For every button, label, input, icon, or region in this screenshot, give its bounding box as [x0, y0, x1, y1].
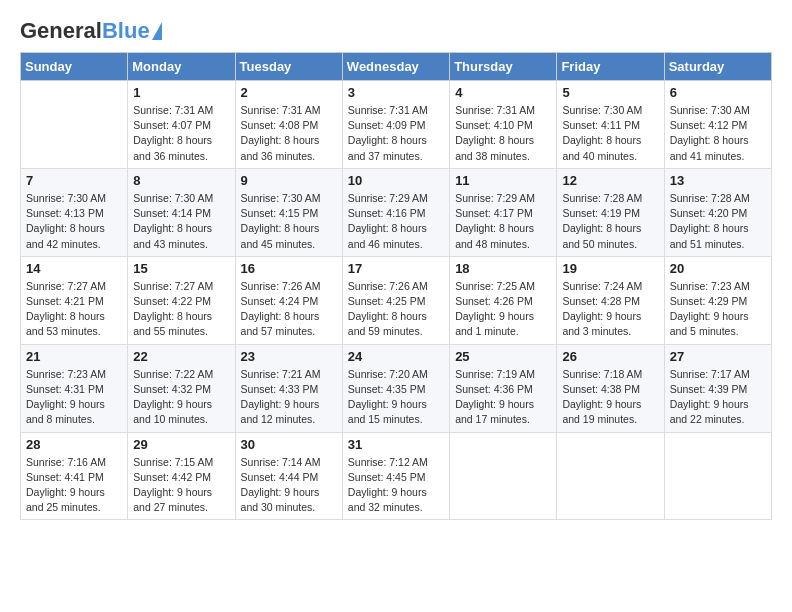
calendar-day-cell: 18Sunrise: 7:25 AM Sunset: 4:26 PM Dayli… — [450, 256, 557, 344]
calendar-day-cell — [21, 81, 128, 169]
calendar-day-cell — [664, 432, 771, 520]
day-number: 3 — [348, 85, 444, 100]
day-number: 19 — [562, 261, 658, 276]
calendar-day-cell: 5Sunrise: 7:30 AM Sunset: 4:11 PM Daylig… — [557, 81, 664, 169]
day-number: 13 — [670, 173, 766, 188]
calendar-day-cell: 23Sunrise: 7:21 AM Sunset: 4:33 PM Dayli… — [235, 344, 342, 432]
day-number: 6 — [670, 85, 766, 100]
calendar-day-cell: 7Sunrise: 7:30 AM Sunset: 4:13 PM Daylig… — [21, 168, 128, 256]
day-of-week-header: Thursday — [450, 53, 557, 81]
day-info: Sunrise: 7:12 AM Sunset: 4:45 PM Dayligh… — [348, 455, 444, 516]
calendar-day-cell: 17Sunrise: 7:26 AM Sunset: 4:25 PM Dayli… — [342, 256, 449, 344]
day-info: Sunrise: 7:27 AM Sunset: 4:21 PM Dayligh… — [26, 279, 122, 340]
calendar-week-row: 21Sunrise: 7:23 AM Sunset: 4:31 PM Dayli… — [21, 344, 772, 432]
day-info: Sunrise: 7:23 AM Sunset: 4:31 PM Dayligh… — [26, 367, 122, 428]
day-number: 22 — [133, 349, 229, 364]
day-number: 27 — [670, 349, 766, 364]
day-info: Sunrise: 7:30 AM Sunset: 4:12 PM Dayligh… — [670, 103, 766, 164]
calendar-day-cell: 6Sunrise: 7:30 AM Sunset: 4:12 PM Daylig… — [664, 81, 771, 169]
day-info: Sunrise: 7:31 AM Sunset: 4:08 PM Dayligh… — [241, 103, 337, 164]
day-info: Sunrise: 7:26 AM Sunset: 4:25 PM Dayligh… — [348, 279, 444, 340]
logo-text: GeneralBlue — [20, 20, 150, 42]
day-of-week-header: Monday — [128, 53, 235, 81]
day-number: 21 — [26, 349, 122, 364]
calendar-day-cell: 2Sunrise: 7:31 AM Sunset: 4:08 PM Daylig… — [235, 81, 342, 169]
day-number: 14 — [26, 261, 122, 276]
day-info: Sunrise: 7:31 AM Sunset: 4:10 PM Dayligh… — [455, 103, 551, 164]
day-info: Sunrise: 7:28 AM Sunset: 4:19 PM Dayligh… — [562, 191, 658, 252]
calendar-week-row: 14Sunrise: 7:27 AM Sunset: 4:21 PM Dayli… — [21, 256, 772, 344]
day-number: 11 — [455, 173, 551, 188]
logo: GeneralBlue — [20, 20, 162, 42]
day-info: Sunrise: 7:24 AM Sunset: 4:28 PM Dayligh… — [562, 279, 658, 340]
day-of-week-header: Sunday — [21, 53, 128, 81]
calendar-day-cell: 30Sunrise: 7:14 AM Sunset: 4:44 PM Dayli… — [235, 432, 342, 520]
day-number: 4 — [455, 85, 551, 100]
calendar-day-cell: 16Sunrise: 7:26 AM Sunset: 4:24 PM Dayli… — [235, 256, 342, 344]
logo-triangle-icon — [152, 22, 162, 40]
day-number: 31 — [348, 437, 444, 452]
day-info: Sunrise: 7:31 AM Sunset: 4:07 PM Dayligh… — [133, 103, 229, 164]
day-number: 8 — [133, 173, 229, 188]
page-header: GeneralBlue — [20, 20, 772, 42]
day-number: 29 — [133, 437, 229, 452]
day-number: 7 — [26, 173, 122, 188]
day-info: Sunrise: 7:18 AM Sunset: 4:38 PM Dayligh… — [562, 367, 658, 428]
day-info: Sunrise: 7:26 AM Sunset: 4:24 PM Dayligh… — [241, 279, 337, 340]
day-info: Sunrise: 7:16 AM Sunset: 4:41 PM Dayligh… — [26, 455, 122, 516]
day-of-week-header: Wednesday — [342, 53, 449, 81]
day-number: 18 — [455, 261, 551, 276]
day-info: Sunrise: 7:23 AM Sunset: 4:29 PM Dayligh… — [670, 279, 766, 340]
calendar-day-cell: 21Sunrise: 7:23 AM Sunset: 4:31 PM Dayli… — [21, 344, 128, 432]
day-info: Sunrise: 7:14 AM Sunset: 4:44 PM Dayligh… — [241, 455, 337, 516]
calendar-day-cell: 9Sunrise: 7:30 AM Sunset: 4:15 PM Daylig… — [235, 168, 342, 256]
day-info: Sunrise: 7:22 AM Sunset: 4:32 PM Dayligh… — [133, 367, 229, 428]
calendar-day-cell: 4Sunrise: 7:31 AM Sunset: 4:10 PM Daylig… — [450, 81, 557, 169]
day-info: Sunrise: 7:15 AM Sunset: 4:42 PM Dayligh… — [133, 455, 229, 516]
day-number: 9 — [241, 173, 337, 188]
day-info: Sunrise: 7:28 AM Sunset: 4:20 PM Dayligh… — [670, 191, 766, 252]
day-number: 16 — [241, 261, 337, 276]
day-of-week-header: Saturday — [664, 53, 771, 81]
calendar-day-cell: 19Sunrise: 7:24 AM Sunset: 4:28 PM Dayli… — [557, 256, 664, 344]
calendar-day-cell: 20Sunrise: 7:23 AM Sunset: 4:29 PM Dayli… — [664, 256, 771, 344]
calendar-day-cell: 26Sunrise: 7:18 AM Sunset: 4:38 PM Dayli… — [557, 344, 664, 432]
day-info: Sunrise: 7:30 AM Sunset: 4:14 PM Dayligh… — [133, 191, 229, 252]
calendar-day-cell: 28Sunrise: 7:16 AM Sunset: 4:41 PM Dayli… — [21, 432, 128, 520]
day-info: Sunrise: 7:30 AM Sunset: 4:11 PM Dayligh… — [562, 103, 658, 164]
day-of-week-header: Friday — [557, 53, 664, 81]
day-number: 25 — [455, 349, 551, 364]
calendar-day-cell: 15Sunrise: 7:27 AM Sunset: 4:22 PM Dayli… — [128, 256, 235, 344]
calendar-day-cell: 29Sunrise: 7:15 AM Sunset: 4:42 PM Dayli… — [128, 432, 235, 520]
day-number: 12 — [562, 173, 658, 188]
calendar-day-cell: 1Sunrise: 7:31 AM Sunset: 4:07 PM Daylig… — [128, 81, 235, 169]
calendar-day-cell: 22Sunrise: 7:22 AM Sunset: 4:32 PM Dayli… — [128, 344, 235, 432]
day-number: 5 — [562, 85, 658, 100]
calendar-table: SundayMondayTuesdayWednesdayThursdayFrid… — [20, 52, 772, 520]
calendar-day-cell: 8Sunrise: 7:30 AM Sunset: 4:14 PM Daylig… — [128, 168, 235, 256]
day-number: 24 — [348, 349, 444, 364]
day-number: 17 — [348, 261, 444, 276]
calendar-day-cell: 31Sunrise: 7:12 AM Sunset: 4:45 PM Dayli… — [342, 432, 449, 520]
day-info: Sunrise: 7:30 AM Sunset: 4:13 PM Dayligh… — [26, 191, 122, 252]
day-info: Sunrise: 7:30 AM Sunset: 4:15 PM Dayligh… — [241, 191, 337, 252]
day-info: Sunrise: 7:21 AM Sunset: 4:33 PM Dayligh… — [241, 367, 337, 428]
day-number: 23 — [241, 349, 337, 364]
calendar-day-cell: 27Sunrise: 7:17 AM Sunset: 4:39 PM Dayli… — [664, 344, 771, 432]
calendar-day-cell: 3Sunrise: 7:31 AM Sunset: 4:09 PM Daylig… — [342, 81, 449, 169]
day-info: Sunrise: 7:25 AM Sunset: 4:26 PM Dayligh… — [455, 279, 551, 340]
day-number: 10 — [348, 173, 444, 188]
day-info: Sunrise: 7:27 AM Sunset: 4:22 PM Dayligh… — [133, 279, 229, 340]
calendar-day-cell: 12Sunrise: 7:28 AM Sunset: 4:19 PM Dayli… — [557, 168, 664, 256]
calendar-week-row: 28Sunrise: 7:16 AM Sunset: 4:41 PM Dayli… — [21, 432, 772, 520]
calendar-day-cell — [557, 432, 664, 520]
day-number: 15 — [133, 261, 229, 276]
calendar-week-row: 7Sunrise: 7:30 AM Sunset: 4:13 PM Daylig… — [21, 168, 772, 256]
calendar-day-cell: 10Sunrise: 7:29 AM Sunset: 4:16 PM Dayli… — [342, 168, 449, 256]
day-number: 2 — [241, 85, 337, 100]
calendar-day-cell: 13Sunrise: 7:28 AM Sunset: 4:20 PM Dayli… — [664, 168, 771, 256]
day-info: Sunrise: 7:29 AM Sunset: 4:17 PM Dayligh… — [455, 191, 551, 252]
day-number: 28 — [26, 437, 122, 452]
calendar-day-cell: 25Sunrise: 7:19 AM Sunset: 4:36 PM Dayli… — [450, 344, 557, 432]
day-number: 1 — [133, 85, 229, 100]
